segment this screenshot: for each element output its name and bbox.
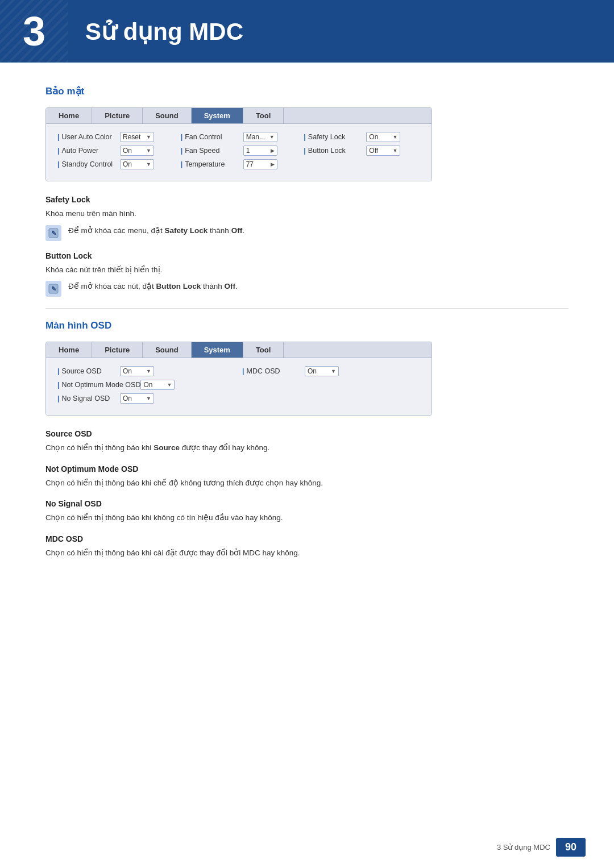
subsection-text-not-optimum: Chọn có hiển thị thông báo khi chế độ kh… xyxy=(45,477,569,489)
panel-body-osd: Source OSD On ▼ Not Optimum Mode OSD On … xyxy=(46,358,432,415)
label-fan-speed: Fan Speed xyxy=(181,147,243,155)
note-safety-lock: ✎ Để mở khóa các menu, đặt Safety Lock t… xyxy=(45,225,569,241)
select-arrow-fan-control: ▼ xyxy=(269,134,275,140)
tab-system-1[interactable]: System xyxy=(192,108,243,123)
label-button-lock: Button Lock xyxy=(304,147,366,155)
subsection-label-no-signal: No Signal OSD xyxy=(45,499,569,508)
divider-1 xyxy=(45,308,569,309)
note-text-button-lock: Để mở khóa các nút, đặt Button Lock thàn… xyxy=(68,280,238,293)
row-standby-control: Standby Control On ▼ xyxy=(57,159,174,169)
tab-tool-2[interactable]: Tool xyxy=(243,342,284,358)
osd-col-1: Source OSD On ▼ Not Optimum Mode OSD On … xyxy=(54,364,239,409)
section-man-hinh-osd: Màn hình OSD Home Picture Sound System T… xyxy=(45,320,569,559)
panel-bao-mat: Home Picture Sound System Tool User Auto… xyxy=(45,107,432,181)
row-source-osd: Source OSD On ▼ xyxy=(57,366,235,376)
select-auto-power[interactable]: On ▼ xyxy=(120,146,154,156)
tab-picture-1[interactable]: Picture xyxy=(92,108,143,123)
stepper-value-fan-speed: 1 xyxy=(246,147,250,155)
label-no-signal-osd: No Signal OSD xyxy=(57,394,120,402)
select-button-lock[interactable]: Off ▼ xyxy=(366,146,400,156)
stepper-temperature[interactable]: 77 ▶ xyxy=(243,159,277,169)
stepper-arrow-temperature: ▶ xyxy=(271,161,275,167)
select-mdc-osd[interactable]: On ▼ xyxy=(305,366,339,376)
note-button-lock: ✎ Để mở khóa các nút, đặt Button Lock th… xyxy=(45,280,569,297)
select-arrow-mdc-osd: ▼ xyxy=(331,368,336,374)
row-no-signal-osd: No Signal OSD On ▼ xyxy=(57,393,235,404)
chapter-number-box: 3 xyxy=(0,0,68,63)
select-user-auto-color[interactable]: Reset ▼ xyxy=(120,132,154,142)
main-content: Bảo mật Home Picture Sound System Tool U… xyxy=(0,85,614,559)
subsection-text-no-signal: Chọn có hiển thị thông báo khi không có … xyxy=(45,512,569,524)
subsection-text-button-lock: Khóa các nút trên thiết bị hiển thị. xyxy=(45,264,569,276)
row-user-auto-color: User Auto Color Reset ▼ xyxy=(57,132,174,142)
panel-col-3: Safety Lock On ▼ Button Lock Off ▼ xyxy=(300,130,424,175)
select-arrow-no-signal-osd: ▼ xyxy=(146,396,151,401)
footer-text: 3 Sử dụng MDC 90 xyxy=(497,838,586,857)
select-no-signal-osd[interactable]: On ▼ xyxy=(120,393,154,404)
tab-picture-2[interactable]: Picture xyxy=(92,342,143,358)
note-icon-button-lock: ✎ xyxy=(45,281,61,297)
row-button-lock: Button Lock Off ▼ xyxy=(304,146,420,156)
select-value-no-signal-osd: On xyxy=(123,394,132,402)
chapter-banner: 3 Sử dụng MDC xyxy=(0,0,614,63)
tab-sound-2[interactable]: Sound xyxy=(143,342,191,358)
row-not-optimum-osd: Not Optimum Mode OSD On ▼ xyxy=(57,380,235,390)
row-mdc-osd: MDC OSD On ▼ xyxy=(242,366,420,376)
label-auto-power: Auto Power xyxy=(57,147,120,155)
select-value-standby-control: On xyxy=(123,160,132,168)
svg-text:✎: ✎ xyxy=(51,285,56,292)
panel-col-2: Fan Control Man... ▼ Fan Speed 1 ▶ xyxy=(177,130,301,175)
osd-col-2: MDC OSD On ▼ xyxy=(239,364,424,409)
label-temperature: Temperature xyxy=(181,160,243,168)
subsection-label-mdc-osd: MDC OSD xyxy=(45,534,569,543)
row-auto-power: Auto Power On ▼ xyxy=(57,146,174,156)
footer-page: 90 xyxy=(556,838,586,857)
label-standby-control: Standby Control xyxy=(57,160,120,168)
section-heading-bao-mat: Bảo mật xyxy=(45,85,569,97)
panel-tabs-bao-mat: Home Picture Sound System Tool xyxy=(46,108,432,124)
select-value-button-lock: Off xyxy=(369,147,378,155)
row-temperature: Temperature 77 ▶ xyxy=(181,159,297,169)
section-heading-osd: Màn hình OSD xyxy=(45,320,569,331)
select-safety-lock[interactable]: On ▼ xyxy=(366,132,400,142)
select-arrow-button-lock: ▼ xyxy=(392,148,397,153)
footer-chapter-label: 3 Sử dụng MDC xyxy=(497,843,550,852)
subsection-text-mdc-osd: Chọn có hiển thị thông báo khi cài đặt đ… xyxy=(45,547,569,559)
stepper-arrow-fan-speed: ▶ xyxy=(271,148,275,153)
select-source-osd[interactable]: On ▼ xyxy=(120,366,154,376)
subsection-label-button-lock: Button Lock xyxy=(45,251,569,260)
select-arrow-standby-control: ▼ xyxy=(146,161,151,167)
tab-tool-1[interactable]: Tool xyxy=(243,108,284,123)
select-value-mdc-osd: On xyxy=(308,367,317,375)
label-user-auto-color: User Auto Color xyxy=(57,133,120,141)
select-arrow-not-optimum-osd: ▼ xyxy=(167,382,172,388)
panel-osd: Home Picture Sound System Tool Source OS… xyxy=(45,342,432,416)
chapter-title: Sử dụng MDC xyxy=(85,18,243,45)
tab-home-1[interactable]: Home xyxy=(46,108,92,123)
select-value-safety-lock: On xyxy=(369,133,378,141)
subsection-label-safety-lock: Safety Lock xyxy=(45,195,569,204)
select-fan-control[interactable]: Man... ▼ xyxy=(243,132,277,142)
stepper-fan-speed[interactable]: 1 ▶ xyxy=(243,146,277,156)
tab-sound-1[interactable]: Sound xyxy=(143,108,191,123)
select-arrow-safety-lock: ▼ xyxy=(392,134,397,140)
panel-tabs-osd: Home Picture Sound System Tool xyxy=(46,342,432,358)
panel-col-1: User Auto Color Reset ▼ Auto Power On ▼ xyxy=(54,130,177,175)
tab-home-2[interactable]: Home xyxy=(46,342,92,358)
select-value-user-auto-color: Reset xyxy=(123,133,140,141)
note-icon-safety-lock: ✎ xyxy=(45,225,61,241)
row-fan-control: Fan Control Man... ▼ xyxy=(181,132,297,142)
subsection-label-source-osd: Source OSD xyxy=(45,429,569,438)
select-standby-control[interactable]: On ▼ xyxy=(120,159,154,169)
chapter-number: 3 xyxy=(23,11,45,52)
select-arrow-source-osd: ▼ xyxy=(146,368,151,374)
panel-body-bao-mat: User Auto Color Reset ▼ Auto Power On ▼ xyxy=(46,124,432,181)
select-value-fan-control: Man... xyxy=(246,133,265,141)
select-not-optimum-osd[interactable]: On ▼ xyxy=(140,380,175,390)
svg-text:✎: ✎ xyxy=(51,230,56,236)
section-bao-mat: Bảo mật Home Picture Sound System Tool U… xyxy=(45,85,569,297)
tab-system-2[interactable]: System xyxy=(192,342,243,358)
subsection-text-source-osd: Chọn có hiển thị thông báo khi Source đư… xyxy=(45,442,569,454)
select-value-source-osd: On xyxy=(123,367,132,375)
label-fan-control: Fan Control xyxy=(181,133,243,141)
